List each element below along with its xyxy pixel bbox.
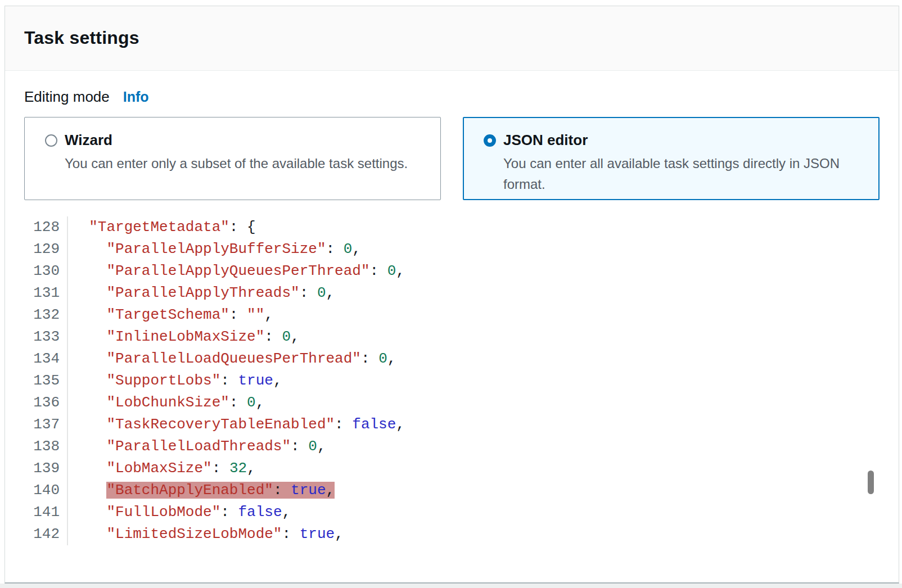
- code-line-text: "LobMaxSize": 32,: [68, 458, 256, 480]
- code-line: 141 "FullLobMode": false,: [5, 501, 860, 523]
- code-line-text: "TargetSchema": "",: [68, 304, 273, 326]
- radio-button-json-editor[interactable]: [484, 134, 496, 147]
- code-line-text: "FullLobMode": false,: [68, 501, 291, 523]
- tile-json-editor-label: JSON editor: [503, 132, 588, 149]
- code-line-text: "TaskRecoveryTableEnabled": false,: [68, 414, 405, 436]
- code-line: 139 "LobMaxSize": 32,: [5, 458, 860, 480]
- code-line: 129 "ParallelApplyBufferSize": 0,: [5, 238, 860, 260]
- line-number: 135: [5, 370, 68, 392]
- tile-wizard[interactable]: Wizard You can enter only a subset of th…: [24, 117, 441, 200]
- tile-wizard-label: Wizard: [65, 132, 112, 149]
- code-line-text: "LimitedSizeLobMode": true,: [68, 523, 344, 545]
- code-line: 135 "SupportLobs": true,: [5, 370, 860, 392]
- line-number: 128: [5, 216, 68, 238]
- code-line-text: "InlineLobMaxSize": 0,: [68, 326, 300, 348]
- code-line-text: "ParallelLoadThreads": 0,: [68, 436, 326, 458]
- panel-header: Task settings: [5, 6, 899, 71]
- line-number: 140: [5, 480, 68, 501]
- code-line-text: "ParallelLoadQueuesPerThread": 0,: [68, 348, 396, 370]
- line-number: 137: [5, 414, 68, 436]
- tile-json-editor-description: You can enter all available task setting…: [503, 153, 869, 195]
- code-line-text: "BatchApplyEnabled": true,: [68, 480, 335, 501]
- highlighted-token: "BatchApplyEnabled": true,: [106, 482, 335, 499]
- code-line: 131 "ParallelApplyThreads": 0,: [5, 282, 860, 304]
- tile-wizard-head: Wizard: [45, 132, 430, 149]
- code-line: 128 "TargetMetadata": {: [5, 216, 860, 238]
- tile-wizard-description: You can enter only a subset of the avail…: [65, 153, 430, 174]
- info-link[interactable]: Info: [123, 89, 149, 105]
- code-line: 134 "ParallelLoadQueuesPerThread": 0,: [5, 348, 860, 370]
- line-number: 136: [5, 392, 68, 414]
- line-number: 132: [5, 304, 68, 326]
- code-line: 137 "TaskRecoveryTableEnabled": false,: [5, 414, 860, 436]
- code-line: 136 "LobChunkSize": 0,: [5, 392, 860, 414]
- editing-mode-tiles: Wizard You can enter only a subset of th…: [24, 117, 880, 200]
- tile-json-editor[interactable]: JSON editor You can enter all available …: [463, 117, 880, 200]
- tile-json-editor-head: JSON editor: [484, 132, 869, 149]
- code-line: 132 "TargetSchema": "",: [5, 304, 860, 326]
- line-number: 139: [5, 458, 68, 480]
- code-line-text: "LobChunkSize": 0,: [68, 392, 264, 414]
- code-line-text: "SupportLobs": true,: [68, 370, 282, 392]
- editing-mode-row: Editing mode Info: [24, 88, 149, 106]
- line-number: 142: [5, 523, 68, 545]
- code-line-text: "ParallelApplyThreads": 0,: [68, 282, 335, 304]
- line-number: 141: [5, 501, 68, 523]
- task-settings-panel: Task settings Editing mode Info Wizard Y…: [4, 6, 899, 584]
- code-line-text: "ParallelApplyQueuesPerThread": 0,: [68, 260, 405, 282]
- line-number: 131: [5, 282, 68, 304]
- line-number: 130: [5, 260, 68, 282]
- line-number: 138: [5, 436, 68, 458]
- editing-mode-label: Editing mode: [24, 88, 110, 106]
- line-number: 134: [5, 348, 68, 370]
- code-line-text: "TargetMetadata": {: [68, 216, 256, 238]
- code-line-text: "ParallelApplyBufferSize": 0,: [68, 238, 361, 260]
- code-line: 138 "ParallelLoadThreads": 0,: [5, 436, 860, 458]
- scrollbar-thumb[interactable]: [868, 471, 874, 494]
- code-line: 142 "LimitedSizeLobMode": true,: [5, 523, 860, 545]
- code-line: 130 "ParallelApplyQueuesPerThread": 0,: [5, 260, 860, 282]
- code-line: 133 "InlineLobMaxSize": 0,: [5, 326, 860, 348]
- line-number: 129: [5, 238, 68, 260]
- panel-title: Task settings: [24, 28, 880, 48]
- page-background-strip: [0, 584, 902, 588]
- json-code-editor[interactable]: 128 "TargetMetadata": {129 "ParallelAppl…: [5, 216, 860, 545]
- radio-button-wizard[interactable]: [45, 134, 57, 147]
- code-line: 140 "BatchApplyEnabled": true,: [5, 480, 860, 501]
- line-number: 133: [5, 326, 68, 348]
